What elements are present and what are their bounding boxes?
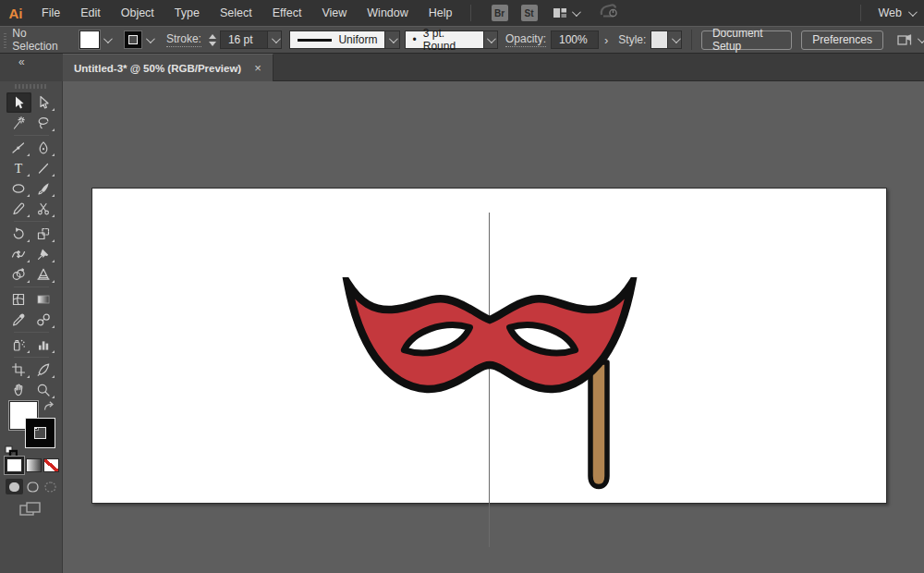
chevron-down-icon [487,34,496,43]
shape-builder-tool-button[interactable] [6,264,31,285]
document-tab[interactable]: Untitled-3* @ 50% (RGB/Preview) × [63,54,274,81]
mesh-tool-button[interactable] [6,289,31,310]
chevron-down-icon [146,34,155,43]
stepper-up-icon[interactable] [209,34,216,39]
artboard-tool-button[interactable] [6,360,31,380]
stroke-color-proxy[interactable] [26,419,55,447]
paintbrush-icon [36,181,51,196]
swap-fill-stroke-icon[interactable] [43,399,55,416]
perspective-grid-tool-button[interactable] [31,264,56,285]
selection-arrow-icon [11,95,26,110]
gradient-mode-button[interactable] [26,458,42,472]
color-mode-button[interactable] [6,458,22,472]
draw-behind-icon [27,482,39,493]
draw-inside-button[interactable] [42,479,59,494]
preferences-button[interactable]: Preferences [801,30,883,50]
symbol-sprayer-tool-button[interactable] [6,335,31,355]
touch-workspace-toggle[interactable] [896,32,924,47]
menu-object[interactable]: Object [111,0,164,26]
opacity-field[interactable]: 100% [551,30,599,49]
draw-normal-button[interactable] [6,479,23,494]
fill-dropdown-button[interactable] [100,30,115,49]
chevron-down-icon [271,34,280,43]
magic-wand-tool-button[interactable] [6,113,31,133]
stroke-weight-stepper[interactable] [209,34,216,46]
eyedropper-tool-button[interactable] [6,310,31,330]
screen-mode-button[interactable] [18,501,43,521]
selection-tool-button[interactable] [6,92,31,113]
width-squiggle-icon [11,247,26,262]
lasso-icon [36,116,51,130]
scissors-tool-button[interactable] [31,199,56,219]
width-tool-button[interactable] [6,244,31,264]
scale-tool-button[interactable] [31,224,56,244]
paintbrush-tool-button[interactable] [31,178,56,199]
mask-stick[interactable] [590,362,607,487]
stroke-weight-dropdown[interactable] [268,30,282,49]
menu-type[interactable]: Type [164,0,210,26]
scissors-icon [36,201,51,216]
line-segment-tool-button[interactable] [31,158,56,178]
scale-icon [36,226,51,241]
type-tool-icon: T [11,161,26,176]
width-profile-dropdown[interactable] [385,30,399,49]
direct-selection-tool-button[interactable] [31,92,56,113]
magic-wand-icon [11,116,26,130]
pen-tool-button[interactable] [6,138,31,158]
puppet-warp-tool-button[interactable] [31,244,56,264]
graphic-style-dropdown[interactable] [668,30,682,49]
stroke-dropdown-button[interactable] [142,30,157,49]
pencil-icon [11,201,26,216]
width-profile-select[interactable]: Uniform [289,30,385,49]
stepper-down-icon[interactable] [209,42,216,46]
slice-tool-button[interactable] [31,360,56,380]
curvature-tool-button[interactable] [31,138,56,158]
fill-color-control[interactable] [79,30,115,49]
arrange-documents-icon [553,6,567,19]
tools-panel-grip[interactable] [15,84,48,89]
arrange-documents-button[interactable] [553,6,578,19]
mask-body[interactable] [347,283,632,389]
toolbar-collapse-button[interactable]: « [0,54,63,81]
menu-effect[interactable]: Effect [262,0,312,26]
rotate-tool-button[interactable] [6,224,31,244]
menu-view[interactable]: View [311,0,357,26]
menu-help[interactable]: Help [419,0,463,26]
stroke-color-control[interactable] [124,30,157,49]
none-mode-button[interactable] [43,458,59,472]
opacity-expand-button[interactable]: › [599,33,614,47]
brush-preview-dot: • [413,33,417,46]
blend-tool-button[interactable] [31,310,56,330]
stock-button[interactable]: St [521,5,538,21]
brush-definition-select[interactable]: • 3 pt. Round [405,30,484,49]
stroke-weight-field[interactable]: 16 pt [220,30,268,49]
bridge-button[interactable]: Br [492,5,508,21]
document-setup-button[interactable]: Document Setup [701,30,792,50]
menu-edit[interactable]: Edit [70,0,111,26]
menu-window[interactable]: Window [357,0,418,26]
pencil-tool-button[interactable] [6,199,31,219]
column-graph-tool-button[interactable] [31,335,56,355]
stroke-panel-link[interactable]: Stroke: [166,32,201,47]
curvature-pen-icon [36,140,51,155]
chevron-down-icon [918,34,924,43]
opacity-panel-link[interactable]: Opacity: [505,32,546,47]
workspace-switcher[interactable]: Web [860,5,915,21]
ellipse-tool-button[interactable] [6,178,31,199]
mask-artwork[interactable] [342,277,638,494]
fill-swatch[interactable] [79,30,100,49]
menu-file[interactable]: File [31,0,70,26]
stroke-swatch[interactable] [124,30,142,49]
lasso-tool-button[interactable] [31,113,56,133]
ellipse-icon [11,181,26,196]
perspective-grid-icon [36,267,51,282]
graphic-style-swatch[interactable] [650,30,668,49]
gradient-tool-button[interactable] [31,289,56,310]
panel-grip[interactable] [4,31,6,48]
tab-close-icon[interactable]: × [254,61,261,75]
type-tool-button[interactable]: T [6,158,31,178]
draw-behind-button[interactable] [24,479,42,494]
menu-select[interactable]: Select [210,0,262,26]
brush-definition-dropdown[interactable] [484,30,498,49]
canvas-area[interactable] [63,81,924,573]
